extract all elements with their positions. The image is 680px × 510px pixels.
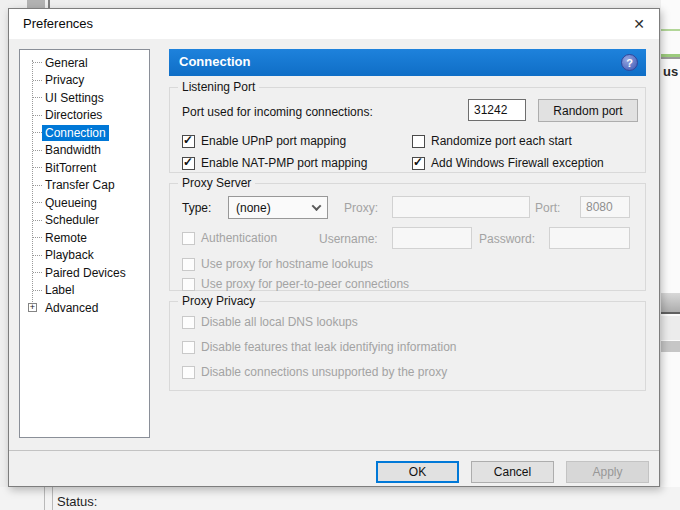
sidebar-item-remote[interactable]: Remote bbox=[20, 229, 149, 247]
background-statusbar: Status: bbox=[0, 487, 680, 510]
group-proxy-server: Proxy Server Type: (none) Proxy: Port: ✓… bbox=[169, 183, 646, 291]
sidebar-item-bittorrent[interactable]: BitTorrent bbox=[20, 159, 149, 177]
checkbox-label: Disable all local DNS lookups bbox=[201, 315, 358, 329]
check-icon: ✓ bbox=[183, 133, 193, 147]
sidebar-item-label: Bandwidth bbox=[42, 142, 104, 158]
checkbox-box: ✓ bbox=[182, 232, 195, 245]
sidebar-item-ui-settings[interactable]: UI Settings bbox=[20, 89, 149, 107]
apply-button: Apply bbox=[566, 461, 649, 483]
checkbox-enable-upnp[interactable]: ✓ Enable UPnP port mapping bbox=[182, 134, 346, 148]
checkbox-enable-natpmp[interactable]: ✓ Enable NAT-PMP port mapping bbox=[182, 156, 367, 170]
checkbox-disable-unsupported: ✓ Disable connections unsupported by the… bbox=[182, 365, 447, 379]
checkbox-box: ✓ bbox=[182, 157, 195, 170]
checkbox-firewall-exception[interactable]: ✓ Add Windows Firewall exception bbox=[412, 156, 604, 170]
sidebar-item-queueing[interactable]: Queueing bbox=[20, 194, 149, 212]
group-title: Listening Port bbox=[178, 80, 259, 94]
close-button[interactable]: ✕ bbox=[623, 11, 655, 37]
preferences-sidebar: General Privacy UI Settings Directories … bbox=[19, 49, 150, 438]
background-fragment bbox=[661, 341, 680, 352]
sidebar-item-advanced[interactable]: +Advanced bbox=[20, 299, 149, 317]
port-label: Port used for incoming connections: bbox=[182, 105, 373, 119]
checkbox-box: ✓ bbox=[412, 157, 425, 170]
checkbox-label: Enable UPnP port mapping bbox=[201, 134, 346, 148]
sidebar-item-label: UI Settings bbox=[42, 90, 107, 106]
checkbox-authentication: ✓ Authentication bbox=[182, 231, 277, 245]
username-input bbox=[392, 227, 472, 249]
sidebar-item-directories[interactable]: Directories bbox=[20, 107, 149, 125]
checkbox-box: ✓ bbox=[182, 316, 195, 329]
sidebar-item-label: General bbox=[42, 55, 91, 71]
background-right-strip: us bbox=[661, 0, 680, 487]
dialog-titlebar[interactable]: Preferences ✕ bbox=[9, 9, 659, 39]
background-fragment bbox=[661, 29, 680, 31]
section-title: Connection bbox=[179, 54, 251, 69]
group-title: Proxy Server bbox=[178, 176, 255, 190]
background-fragment bbox=[661, 293, 680, 314]
sidebar-item-label: BitTorrent bbox=[42, 160, 99, 176]
sidebar-item-paired-devices[interactable]: Paired Devices bbox=[20, 264, 149, 282]
proxy-type-dropdown[interactable]: (none) bbox=[228, 196, 328, 219]
dropdown-value: (none) bbox=[236, 201, 271, 215]
sidebar-item-general[interactable]: General bbox=[20, 54, 149, 72]
sidebar-item-label: Scheduler bbox=[42, 212, 102, 228]
background-fragment bbox=[661, 57, 680, 59]
checkbox-box: ✓ bbox=[182, 278, 195, 291]
cancel-button[interactable]: Cancel bbox=[471, 461, 554, 483]
password-input bbox=[549, 227, 630, 249]
chevron-down-icon bbox=[312, 201, 322, 211]
sidebar-item-bandwidth[interactable]: Bandwidth bbox=[20, 142, 149, 160]
sidebar-tree: General Privacy UI Settings Directories … bbox=[20, 50, 149, 317]
checkbox-label: Use proxy for peer-to-peer connections bbox=[201, 277, 409, 291]
group-listening-port: Listening Port Port used for incoming co… bbox=[169, 87, 646, 173]
checkbox-randomize-port[interactable]: ✓ Randomize port each start bbox=[412, 134, 572, 148]
sidebar-item-transfer-cap[interactable]: Transfer Cap bbox=[20, 177, 149, 195]
status-label: Status: bbox=[57, 494, 97, 509]
username-label: Username: bbox=[319, 232, 378, 246]
close-icon: ✕ bbox=[633, 16, 645, 32]
background-fragment bbox=[661, 316, 680, 340]
sidebar-item-label[interactable]: Label bbox=[20, 282, 149, 300]
sidebar-item-label: Queueing bbox=[42, 195, 100, 211]
checkbox-label: Authentication bbox=[201, 231, 277, 245]
background-fragment bbox=[44, 487, 45, 510]
sidebar-item-label: Advanced bbox=[42, 300, 101, 316]
expand-plus-icon[interactable]: + bbox=[28, 303, 37, 312]
proxy-port-input bbox=[580, 196, 630, 218]
sidebar-item-scheduler[interactable]: Scheduler bbox=[20, 212, 149, 230]
proxy-host-input bbox=[392, 196, 530, 218]
check-icon: ✓ bbox=[413, 155, 423, 169]
screen: us Status: Preferences ✕ General Privacy… bbox=[0, 0, 680, 510]
password-label: Password: bbox=[479, 232, 535, 246]
checkbox-box: ✓ bbox=[412, 135, 425, 148]
sidebar-item-label: Privacy bbox=[42, 72, 87, 88]
port-input[interactable] bbox=[468, 99, 526, 121]
background-column-text: us bbox=[663, 64, 678, 79]
group-proxy-privacy: Proxy Privacy ✓ Disable all local DNS lo… bbox=[169, 301, 646, 391]
sidebar-item-label: Directories bbox=[42, 107, 105, 123]
sidebar-item-label: Label bbox=[42, 282, 77, 298]
footer-separator bbox=[9, 450, 659, 451]
preferences-dialog: Preferences ✕ General Privacy UI Setting… bbox=[8, 8, 660, 487]
group-title: Proxy Privacy bbox=[178, 294, 259, 308]
checkbox-label: Add Windows Firewall exception bbox=[431, 156, 604, 170]
checkbox-disable-leak-features: ✓ Disable features that leak identifying… bbox=[182, 340, 456, 354]
checkbox-proxy-hostname: ✓ Use proxy for hostname lookups bbox=[182, 257, 373, 271]
random-port-button[interactable]: Random port bbox=[538, 99, 638, 122]
proxy-host-label: Proxy: bbox=[344, 201, 378, 215]
sidebar-item-connection[interactable]: Connection bbox=[20, 124, 149, 142]
sidebar-item-privacy[interactable]: Privacy bbox=[20, 72, 149, 90]
proxy-port-label: Port: bbox=[535, 201, 560, 215]
checkbox-label: Enable NAT-PMP port mapping bbox=[201, 156, 367, 170]
sidebar-item-label: Paired Devices bbox=[42, 265, 129, 281]
sidebar-item-label: Connection bbox=[42, 125, 109, 141]
sidebar-item-label: Playback bbox=[42, 247, 97, 263]
ok-button[interactable]: OK bbox=[376, 461, 459, 483]
help-icon[interactable]: ? bbox=[621, 54, 638, 71]
section-header: Connection ? bbox=[169, 49, 646, 76]
checkbox-label: Use proxy for hostname lookups bbox=[201, 257, 373, 271]
checkbox-box: ✓ bbox=[182, 135, 195, 148]
background-fragment bbox=[52, 487, 53, 510]
checkbox-box: ✓ bbox=[182, 366, 195, 379]
sidebar-item-playback[interactable]: Playback bbox=[20, 247, 149, 265]
check-icon: ✓ bbox=[183, 155, 193, 169]
